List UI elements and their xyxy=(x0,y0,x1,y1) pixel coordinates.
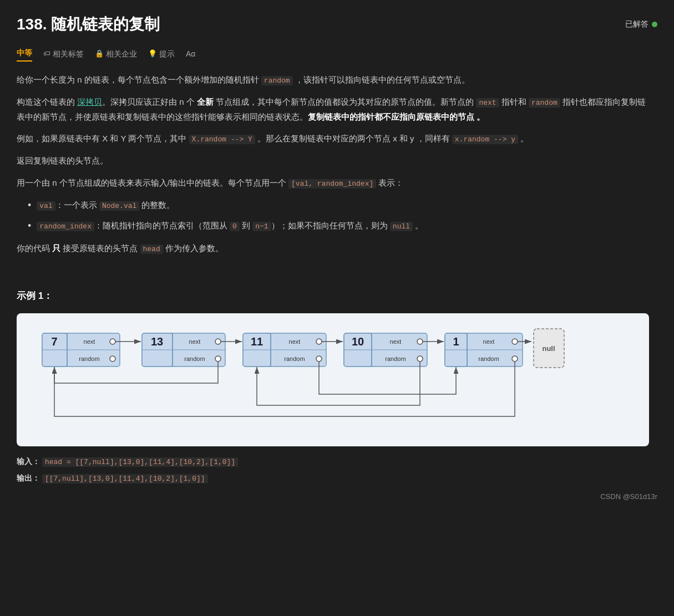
desc-line3: 例如，如果原链表中有 X 和 Y 两个节点，其中 X.random --> Y … xyxy=(17,131,649,146)
input-value: head = [[7,null],[13,0],[11,4],[10,2],[1… xyxy=(42,457,238,467)
new-bold: 全新 xyxy=(197,97,214,106)
related-tags-item[interactable]: 🏷 相关标签 xyxy=(43,48,84,61)
node-1: 1 next random xyxy=(445,333,523,366)
node-13: 13 next random xyxy=(142,333,225,366)
problem-header: 138. 随机链表的复制 已解答 xyxy=(17,11,657,38)
next-code: next xyxy=(476,98,499,108)
svg-point-38 xyxy=(417,356,423,362)
lock-icon: 🔒 xyxy=(95,48,104,60)
null-code: null xyxy=(390,222,413,231)
solved-badge: 已解答 xyxy=(625,18,657,31)
svg-point-18 xyxy=(215,356,221,362)
font-size-item[interactable]: Aα xyxy=(186,48,195,61)
bullet-list: • val：一个表示 Node.val 的整数。 • random_index：… xyxy=(28,198,649,233)
svg-text:next: next xyxy=(289,338,301,345)
bullet-text-2: random_index：随机指针指向的节点索引（范围从 0 到 n−1）；如果… xyxy=(37,218,423,233)
node-11: 11 next random xyxy=(243,333,326,366)
content-area: 给你一个长度为 n 的链表，每个节点包含一个额外增加的随机指针 random ，… xyxy=(17,73,649,485)
nodeval-code: Node.val xyxy=(99,201,139,211)
svg-text:next: next xyxy=(189,338,201,345)
bullet-item-1: • val：一个表示 Node.val 的整数。 xyxy=(28,198,649,213)
val-code: val xyxy=(37,201,55,211)
watermark-text: CSDN @S01d13r xyxy=(600,492,657,501)
svg-text:random: random xyxy=(478,355,499,362)
hint-item[interactable]: 💡 提示 xyxy=(148,48,175,61)
svg-point-48 xyxy=(512,356,518,362)
diagram-container: 7 next random 13 next random xyxy=(17,313,649,446)
svg-text:1: 1 xyxy=(453,335,459,348)
example-title: 示例 1： xyxy=(17,288,649,304)
difficulty-tag[interactable]: 中等 xyxy=(17,47,32,62)
desc-line5: 用一个由 n 个节点组成的链表来表示输入/输出中的链表。每个节点用一个 [val… xyxy=(17,176,649,190)
problem-number: 138. xyxy=(17,16,47,33)
linked-list-diagram: 7 next random 13 next random xyxy=(26,322,569,433)
hint-label: 提示 xyxy=(159,48,175,61)
svg-text:13: 13 xyxy=(151,335,163,348)
svg-point-36 xyxy=(417,339,423,344)
desc-line2: 构造这个链表的 深拷贝。深拷贝应该正好由 n 个 全新 节点组成，其中每个新节点… xyxy=(17,95,649,124)
tags-row: 中等 🏷 相关标签 🔒 相关企业 💡 提示 Aα xyxy=(17,47,657,62)
bullet-text-1: val：一个表示 Node.val 的整数。 xyxy=(37,198,175,212)
related-tags-label: 相关标签 xyxy=(53,48,84,61)
input-line: 输入： head = [[7,null],[13,0],[11,4],[10,2… xyxy=(17,455,649,469)
io-area: 输入： head = [[7,null],[13,0],[11,4],[10,2… xyxy=(17,455,649,485)
svg-text:7: 7 xyxy=(51,335,57,348)
svg-point-46 xyxy=(512,339,518,344)
bullet-dot-1: • xyxy=(28,198,31,213)
hint-icon: 💡 xyxy=(148,48,157,60)
input-label: 输入： xyxy=(17,457,40,466)
svg-text:null: null xyxy=(542,344,555,353)
val-random-code: [val, random_index] xyxy=(288,179,376,189)
random-code: random xyxy=(261,76,293,85)
output-label: 输出： xyxy=(17,474,40,482)
only-bold: 只 xyxy=(52,243,60,253)
svg-text:random: random xyxy=(184,355,205,362)
xy-code2: x.random --> y xyxy=(452,135,518,144)
zero-code: 0 xyxy=(230,222,240,231)
node-10: 10 next random xyxy=(344,333,427,366)
random-index-code: random_index xyxy=(37,222,94,231)
bullet-dot-2: • xyxy=(28,218,31,233)
n1-code: n−1 xyxy=(252,222,271,231)
null-box: null xyxy=(534,329,564,368)
output-line: 输出： [[7,null],[13,0],[11,4],[10,2],[1,0]… xyxy=(17,472,649,485)
problem-name: 随机链表的复制 xyxy=(51,16,160,33)
bullet-item-2: • random_index：随机指针指向的节点索引（范围从 0 到 n−1）；… xyxy=(28,218,649,233)
deep-copy-link[interactable]: 深拷贝 xyxy=(77,97,102,106)
svg-point-16 xyxy=(215,339,221,344)
svg-text:random: random xyxy=(284,355,305,362)
svg-text:next: next xyxy=(390,338,402,345)
constraint-bold: 复制链表中的指针都不应指向原链表中的节点 。 xyxy=(308,112,485,121)
head-code: head xyxy=(140,245,163,254)
svg-text:random: random xyxy=(79,355,99,362)
problem-title: 138. 随机链表的复制 xyxy=(17,11,160,38)
solved-dot-icon xyxy=(652,22,657,27)
svg-text:10: 10 xyxy=(352,335,364,348)
svg-text:11: 11 xyxy=(251,335,263,348)
related-company-label: 相关企业 xyxy=(106,48,137,61)
svg-point-28 xyxy=(316,356,322,362)
svg-text:next: next xyxy=(483,338,495,345)
random-code2: random xyxy=(529,98,560,108)
node-7: 7 next random xyxy=(42,333,120,366)
desc-line1: 给你一个长度为 n 的链表，每个节点包含一个额外增加的随机指针 random ，… xyxy=(17,73,649,87)
desc-line4: 返回复制链表的头节点。 xyxy=(17,154,649,168)
svg-point-6 xyxy=(110,339,115,344)
svg-point-8 xyxy=(110,356,115,362)
desc-line6: 你的代码 只 接受原链表的头节点 head 作为传入参数。 xyxy=(17,241,649,256)
output-value: [[7,null],[13,0],[11,4],[10,2],[1,0]] xyxy=(42,474,208,483)
font-size-label: Aα xyxy=(186,48,195,61)
related-company-item[interactable]: 🔒 相关企业 xyxy=(95,48,137,61)
svg-point-26 xyxy=(316,339,322,344)
svg-text:random: random xyxy=(385,355,406,362)
svg-text:next: next xyxy=(84,338,95,345)
xy-code: X.random --> Y xyxy=(189,135,255,144)
tag-icon: 🏷 xyxy=(43,48,50,60)
solved-label: 已解答 xyxy=(625,18,648,31)
watermark: CSDN @S01d13r xyxy=(17,491,657,503)
